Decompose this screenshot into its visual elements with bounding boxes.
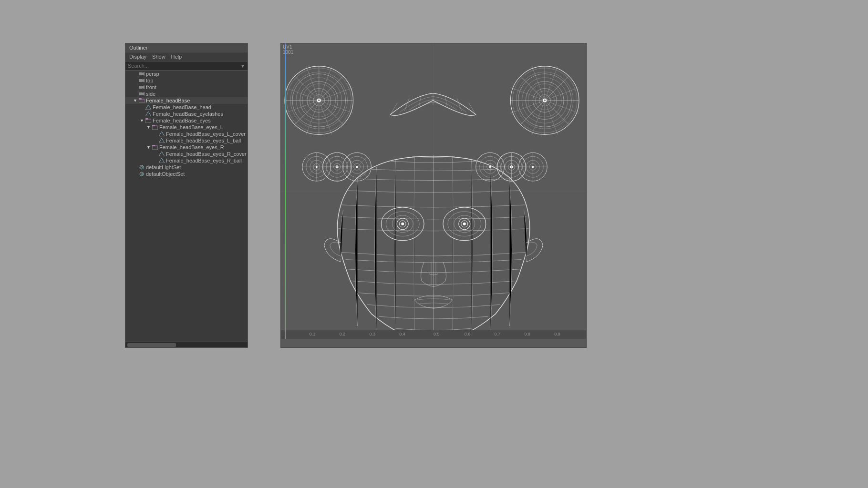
uv-editor-label: UV1 1001 [283, 44, 293, 55]
svg-point-116 [511, 166, 512, 168]
search-input[interactable] [128, 63, 245, 69]
tree-label-head: Female_headBase_head [153, 104, 211, 110]
tree-item-eyes-L[interactable]: ▼ Female_headBase_eyes_L [125, 124, 248, 131]
menu-show[interactable]: Show [152, 54, 165, 60]
tree-item-eyes-R-ball[interactable]: Female_headBase_eyes_R_ball [125, 157, 248, 164]
svg-text:0.2: 0.2 [340, 332, 345, 336]
group-icon-headbase [139, 98, 145, 103]
tree-label-lightset: defaultLightSet [146, 164, 181, 170]
svg-text:0.4: 0.4 [399, 332, 405, 336]
svg-rect-19 [152, 145, 155, 146]
tree-label-persp: persp [146, 71, 159, 77]
tree-item-eyes-L-ball[interactable]: Female_headBase_eyes_L_ball [125, 137, 248, 144]
tree-item-front[interactable]: front [125, 84, 248, 91]
tree-label-eyes-R: Female_headBase_eyes_R [159, 144, 224, 150]
outliner-tree[interactable]: persp top front side ▼ [125, 71, 248, 342]
menu-help[interactable]: Help [171, 54, 182, 60]
tree-item-eyelashes[interactable]: Female_headBase_eyelashes [125, 111, 248, 117]
svg-rect-13 [145, 118, 148, 120]
menu-display[interactable]: Display [129, 54, 146, 60]
svg-rect-9 [139, 98, 142, 100]
group-icon-eyes [145, 118, 151, 123]
mesh-icon-head [145, 105, 151, 110]
svg-marker-21 [159, 158, 165, 163]
group-icon-eyes-L [152, 125, 158, 130]
svg-text:0.3: 0.3 [369, 332, 375, 336]
camera-icon-side [139, 92, 145, 96]
search-dropdown-icon[interactable]: ▼ [240, 63, 245, 69]
expand-icon-eyes-L: ▼ [146, 125, 151, 130]
svg-marker-3 [143, 79, 145, 82]
tree-item-top[interactable]: top [125, 77, 248, 84]
tree-label-eyes-L-cover: Female_headBase_eyes_L_cover [166, 131, 246, 137]
svg-point-92 [336, 166, 338, 168]
tree-item-eyes-R-cover[interactable]: Female_headBase_eyes_R_cover [125, 151, 248, 157]
tree-label-eyes: Female_headBase_eyes [153, 118, 211, 123]
tree-label-objectset: defaultObjectSet [146, 171, 185, 177]
svg-rect-4 [139, 86, 143, 89]
tree-label-female-headbase: Female_headBase [146, 98, 190, 103]
tree-item-head[interactable]: Female_headBase_head [125, 104, 248, 111]
svg-point-129 [401, 223, 404, 225]
tree-label-eyes-L-ball: Female_headBase_eyes_L_ball [166, 138, 241, 143]
svg-rect-12 [145, 119, 151, 123]
outliner-panel: Outliner Display Show Help ▼ persp top [125, 43, 248, 348]
mesh-icon-eyes-L-ball [159, 138, 165, 143]
svg-rect-0 [139, 72, 143, 75]
svg-point-48 [318, 100, 320, 102]
svg-marker-16 [159, 132, 165, 136]
svg-marker-11 [145, 112, 151, 116]
svg-text:0.8: 0.8 [524, 332, 530, 336]
svg-rect-2 [139, 79, 143, 82]
expand-icon-eyes-R: ▼ [146, 145, 151, 150]
uv-canvas: 0.1 0.2 0.3 0.4 0.5 0.6 0.7 0.8 0.9 [281, 43, 586, 339]
svg-rect-6 [139, 92, 143, 95]
tree-label-eyes-L: Female_headBase_eyes_L [159, 124, 223, 130]
svg-point-24 [140, 172, 144, 176]
outliner-menu: Display Show Help [125, 52, 248, 61]
tree-item-eyes[interactable]: ▼ Female_headBase_eyes [125, 117, 248, 124]
svg-text:0.9: 0.9 [554, 332, 560, 336]
tree-label-eyes-R-cover: Female_headBase_eyes_R_cover [166, 151, 247, 157]
tree-item-lightset[interactable]: defaultLightSet [125, 164, 248, 171]
mesh-icon-eyes-R-ball [159, 158, 165, 163]
svg-rect-18 [152, 146, 158, 150]
svg-point-108 [489, 166, 491, 168]
set-icon-objectset [139, 172, 145, 176]
svg-text:0.5: 0.5 [434, 332, 439, 336]
svg-rect-14 [152, 126, 158, 130]
svg-point-25 [141, 173, 143, 175]
tree-item-female-headbase[interactable]: ▼ Female_headBase [125, 97, 248, 104]
outliner-title: Outliner [125, 43, 248, 52]
svg-rect-15 [152, 125, 155, 126]
tree-label-eyelashes: Female_headBase_eyelashes [153, 111, 223, 117]
tree-label-front: front [146, 84, 156, 90]
tree-label-top: top [146, 78, 153, 83]
svg-marker-7 [143, 92, 145, 96]
camera-icon-top [139, 79, 145, 82]
tree-item-objectset[interactable]: defaultObjectSet [125, 171, 248, 177]
svg-rect-8 [139, 99, 145, 103]
tree-item-eyes-L-cover[interactable]: Female_headBase_eyes_L_cover [125, 131, 248, 137]
svg-point-22 [140, 165, 144, 169]
expand-icon-headbase: ▼ [133, 98, 138, 103]
group-icon-eyes-R [152, 145, 158, 150]
camera-icon-front [139, 85, 145, 89]
outliner-horizontal-scrollbar[interactable] [125, 342, 248, 347]
tree-item-persp[interactable]: persp [125, 71, 248, 77]
mesh-icon-eyelashes [145, 112, 151, 116]
svg-marker-5 [143, 85, 145, 89]
tree-label-eyes-R-ball: Female_headBase_eyes_R_ball [166, 158, 242, 163]
svg-point-123 [532, 166, 534, 168]
tree-item-eyes-R[interactable]: ▼ Female_headBase_eyes_R [125, 144, 248, 151]
svg-text:0.6: 0.6 [465, 332, 470, 336]
camera-icon-persp [139, 72, 145, 76]
svg-point-135 [463, 223, 466, 225]
mesh-icon-eyes-R-cover [159, 152, 165, 156]
tree-item-side[interactable]: side [125, 91, 248, 97]
expand-icon-eyes: ▼ [140, 118, 145, 123]
svg-point-68 [544, 100, 546, 102]
uv-editor-panel: UV1 1001 [280, 43, 587, 348]
svg-point-101 [356, 166, 358, 168]
search-bar: ▼ [125, 61, 248, 71]
